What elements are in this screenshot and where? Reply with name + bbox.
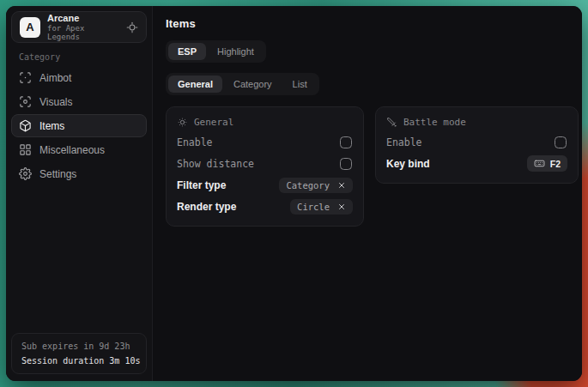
setting-row-show-distance: Show distance <box>177 153 353 174</box>
panels-row: General Enable Show distance Filter type… <box>166 106 579 227</box>
mode-tab-row: ESP Highlight <box>166 40 579 63</box>
close-icon[interactable] <box>337 181 346 190</box>
setting-label: Render type <box>177 201 236 213</box>
battle-panel-header: Battle mode <box>386 117 567 128</box>
sub-expires-text: Sub expires in 9d 23h <box>21 342 136 351</box>
sidebar-item-aimbot[interactable]: Aimbot <box>11 66 147 89</box>
setting-row-battle-enable: Enable <box>386 131 567 153</box>
keybind-value: F2 <box>550 159 561 169</box>
session-duration-text: Session duration 3m 10s <box>21 356 136 366</box>
overlay-window: A Arcane for Apex Legends Category Aimbo… <box>6 6 582 381</box>
app-titles: Arcane for Apex Legends <box>47 13 119 42</box>
category-label: Category <box>19 52 152 62</box>
setting-label: Filter type <box>177 179 226 191</box>
gear-icon <box>19 167 32 180</box>
filter-type-value: Category <box>286 180 330 190</box>
package-icon <box>19 119 32 132</box>
setting-label: Key bind <box>386 158 430 170</box>
sidebar-item-settings[interactable]: Settings <box>11 162 147 185</box>
sidebar-item-label: Settings <box>39 168 76 180</box>
swords-icon <box>386 117 397 128</box>
mode-tabs: ESP Highlight <box>166 40 266 63</box>
tab-highlight[interactable]: Highlight <box>208 43 264 60</box>
sidebar-nav: Aimbot Visuals Items Miscellaneous <box>6 66 152 185</box>
main-content: Items ESP Highlight General Category Lis… <box>152 6 582 381</box>
sidebar-item-label: Aimbot <box>39 72 71 84</box>
render-type-select[interactable]: Circle <box>290 199 353 215</box>
setting-label: Enable <box>386 136 422 148</box>
sidebar-item-miscellaneous[interactable]: Miscellaneous <box>11 138 147 161</box>
tab-esp[interactable]: ESP <box>168 43 206 60</box>
general-panel-header: General <box>177 117 353 128</box>
app-name: Arcane <box>47 13 119 23</box>
tab-general[interactable]: General <box>168 76 222 93</box>
setting-row-filter-type: Filter type Category <box>177 174 353 196</box>
close-icon[interactable] <box>337 203 346 211</box>
sidebar-item-items[interactable]: Items <box>11 114 147 137</box>
app-logo: A <box>20 17 40 38</box>
grid-icon <box>19 143 32 156</box>
sidebar: A Arcane for Apex Legends Category Aimbo… <box>6 6 152 381</box>
setting-row-enable: Enable <box>177 131 353 153</box>
sidebar-item-label: Items <box>39 120 64 132</box>
sun-dim-icon <box>177 117 188 128</box>
setting-row-key-bind: Key bind F2 <box>386 153 567 174</box>
sidebar-item-label: Miscellaneous <box>39 144 105 156</box>
view-tab-row: General Category List <box>166 73 579 95</box>
tab-category[interactable]: Category <box>224 76 282 93</box>
render-type-value: Circle <box>297 202 330 212</box>
page-title: Items <box>166 17 579 30</box>
keybind-button[interactable]: F2 <box>527 155 567 172</box>
setting-label: Enable <box>177 136 213 148</box>
battle-mode-panel: Battle mode Enable Key bind F2 <box>375 106 579 184</box>
sidebar-item-visuals[interactable]: Visuals <box>11 90 147 113</box>
setting-row-render-type: Render type Circle <box>177 196 353 217</box>
app-subtitle: for Apex Legends <box>47 25 119 42</box>
view-tabs: General Category List <box>166 73 319 95</box>
scan-eye-icon <box>19 95 32 108</box>
sidebar-item-label: Visuals <box>39 96 72 108</box>
show-distance-checkbox[interactable] <box>340 158 352 170</box>
subscription-status-box: Sub expires in 9d 23h Session duration 3… <box>11 333 147 374</box>
enable-checkbox[interactable] <box>340 136 352 148</box>
keyboard-icon <box>534 158 545 169</box>
locate-icon[interactable] <box>126 21 138 33</box>
general-panel: General Enable Show distance Filter type… <box>166 106 364 227</box>
setting-label: Show distance <box>177 158 254 170</box>
general-panel-title: General <box>194 117 233 128</box>
tab-list[interactable]: List <box>283 76 317 93</box>
sidebar-header: A Arcane for Apex Legends <box>11 11 147 43</box>
crosshair-icon <box>19 71 32 84</box>
battle-panel-title: Battle mode <box>403 117 466 128</box>
battle-enable-checkbox[interactable] <box>555 136 567 148</box>
filter-type-select[interactable]: Category <box>279 178 353 193</box>
